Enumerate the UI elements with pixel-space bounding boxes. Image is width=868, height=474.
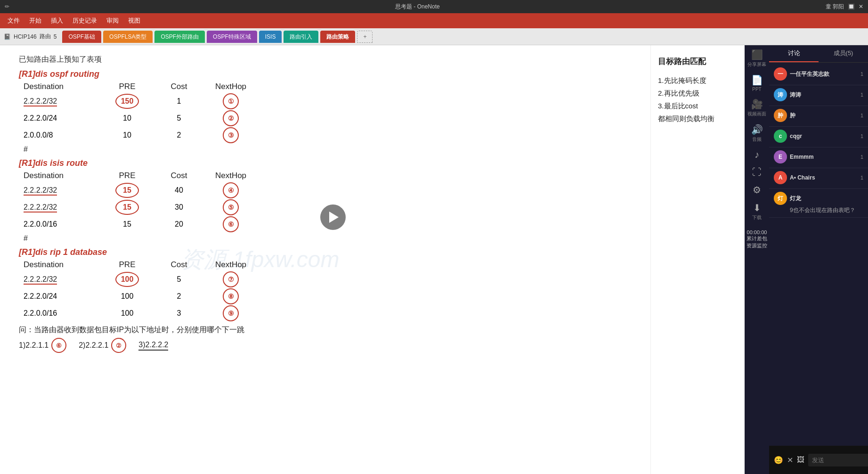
hash-1: #: [24, 145, 632, 154]
rip-cost-0: 5: [155, 275, 203, 284]
tab-members[interactable]: 成员(5): [819, 45, 868, 62]
tab-add[interactable]: +: [357, 31, 373, 43]
ospf-nexthop-1: ②: [203, 110, 259, 126]
music-btn[interactable]: ♪: [754, 149, 759, 160]
chat-name-6: 灯龙: [790, 195, 801, 203]
play-button[interactable]: [320, 204, 346, 230]
main-layout: 资源 1fpxw.com 已知路由器上预知了表项 [R1]dis ospf ro…: [0, 45, 868, 474]
settings-btn[interactable]: ⚙: [753, 184, 761, 196]
ppt-icon: 📄: [751, 74, 763, 86]
answer-1-circled: ⑥: [51, 338, 66, 353]
menu-start[interactable]: 开始: [25, 16, 45, 26]
video-btn[interactable]: 🎥 视频画面: [747, 98, 766, 117]
isis-dest-0: 2.2.2.2/32: [24, 186, 99, 195]
close-chat-icon[interactable]: ✕: [787, 456, 793, 465]
chat-item-6: 灯 灯龙 9也不会出现在路由表吧？: [769, 189, 868, 218]
ospf-table-header: Destination PRE Cost NextHop: [24, 82, 632, 91]
isis-nexthop-2: ⑥: [203, 216, 259, 232]
col-header-cost-3: Cost: [155, 260, 203, 270]
menu-file[interactable]: 文件: [4, 16, 24, 26]
tab-route-policy[interactable]: 路由策略: [320, 31, 355, 43]
minimize-icon[interactable]: 🔲: [848, 3, 855, 10]
chat-name-5: A• Chairs: [790, 174, 815, 181]
menu-bar: 文件 开始 插入 历史记录 审阅 视图: [0, 13, 868, 28]
fullscreen-btn[interactable]: ⛶: [752, 167, 762, 178]
close-icon[interactable]: ✕: [859, 3, 863, 10]
menu-history[interactable]: 历史记录: [69, 16, 101, 26]
timer-display: 00:00:00 累计差包 资源监控: [746, 229, 767, 249]
chat-item-2: 肿 肿 1: [769, 106, 868, 127]
isis-cost-2: 20: [155, 220, 203, 229]
answer-3-prefix: 3)2.2.2.2: [138, 341, 168, 351]
menu-review[interactable]: 审阅: [103, 16, 122, 26]
notes-item-2: 3.最后比cost: [658, 99, 738, 112]
menu-insert[interactable]: 插入: [47, 16, 67, 26]
rip-dest-0: 2.2.2.2/32: [24, 275, 99, 284]
menu-view[interactable]: 视图: [124, 16, 144, 26]
ospf-cost-2: 2: [155, 131, 203, 139]
emoji-icon[interactable]: 😊: [774, 456, 783, 465]
ospf-pre-1: 10: [99, 114, 155, 123]
chat-header-0: 一 一任平生英志款 1: [774, 67, 863, 81]
tab-ospf-lsa[interactable]: OSPFLSA类型: [103, 31, 153, 43]
timer-label: 累计差包: [746, 235, 767, 242]
sidebar-chat-content: 一 一任平生英志款 1 涛 涛涛 1 肿 肿: [769, 63, 868, 446]
title-bar: ✏ 思考题 - OneNote 童 郭阳 🔲 ✕: [0, 0, 868, 13]
chat-name-0: 一任平生英志款: [790, 70, 829, 78]
chat-item-0: 一 一任平生英志款 1: [769, 65, 868, 85]
ppt-btn[interactable]: 📄 PPT: [751, 74, 763, 92]
col-header-pre-2: PRE: [99, 171, 155, 180]
tab-isis[interactable]: ISIS: [259, 31, 282, 43]
avatar-2: 肿: [774, 109, 787, 122]
reply-input[interactable]: [808, 454, 868, 466]
image-chat-icon[interactable]: 🖼: [797, 456, 804, 464]
ospf-pre-2: 10: [99, 131, 155, 139]
chat-count-3: 1: [860, 133, 863, 139]
right-sidebar: 讨论 成员(5) 一 一任平生英志款 1 涛 涛涛 1: [769, 45, 868, 474]
settings-icon: ⚙: [753, 184, 761, 196]
ospf-nexthop-0: ①: [203, 93, 259, 109]
avatar-0: 一: [774, 67, 787, 81]
download-btn[interactable]: ⬇ 下载: [752, 202, 762, 221]
ospf-cost-0: 1: [155, 97, 203, 106]
notes-item-0: 1.先比掩码长度: [658, 74, 738, 87]
col-header-pre-1: PRE: [99, 82, 155, 91]
ospf-routing-table: Destination PRE Cost NextHop 2.2.2.2/32 …: [24, 82, 632, 143]
chat-header-3: c cqgr 1: [774, 130, 863, 143]
isis-dest-2: 2.2.0.0/16: [24, 220, 99, 229]
ospf-nexthop-2: ③: [203, 127, 259, 143]
isis-dest-1: 2.2.2.2/32: [24, 203, 99, 212]
hash-2: #: [24, 234, 632, 243]
isis-cost-0: 40: [155, 186, 203, 195]
cmd-isis-route: [R1]dis isis route: [19, 158, 632, 168]
col-header-cost-2: Cost: [155, 171, 203, 180]
tab-ospf-special[interactable]: OSPF特殊区域: [207, 31, 257, 43]
rip-row-0: 2.2.2.2/32 100 5 ⑦: [24, 271, 632, 287]
ppt-label: PPT: [752, 87, 761, 92]
chat-count-5: 1: [860, 175, 863, 180]
answer-line-1: 1)2.2.1.1 ⑥ 2)2.2.2.1 ② 3)2.2.2.2: [19, 338, 632, 353]
col-header-pre-3: PRE: [99, 260, 155, 270]
audio-icon: 🔊: [751, 124, 763, 135]
notebook-icon: 📓: [4, 33, 11, 40]
tab-route-import[interactable]: 路由引入: [284, 31, 318, 43]
chat-header-2: 肿 肿 1: [774, 109, 863, 122]
audio-btn[interactable]: 🔊 音频: [751, 124, 763, 143]
fullscreen-icon: ⛶: [752, 167, 762, 178]
rip-nexthop-2: ⑨: [203, 305, 259, 321]
tab-ospf-basics[interactable]: OSPF基础: [62, 31, 101, 43]
rip-nexthop-1: ⑧: [203, 288, 259, 304]
notebook-count: 5: [54, 33, 57, 40]
rip-pre-0: 100: [99, 272, 155, 287]
chat-header-5: A A• Chairs 1: [774, 171, 863, 184]
chat-name-2: 肿: [790, 112, 795, 120]
isis-table-header: Destination PRE Cost NextHop: [24, 171, 632, 180]
chat-count-0: 1: [860, 71, 863, 77]
chat-name-1: 涛涛: [790, 91, 801, 99]
rip-pre-2: 100: [99, 309, 155, 318]
tab-ospf-external[interactable]: OSPF外部路由: [154, 31, 205, 43]
share-screen-btn[interactable]: ⬛ 分享屏幕: [747, 49, 766, 68]
col-header-dest-1: Destination: [24, 82, 99, 91]
tab-discussion[interactable]: 讨论: [769, 45, 819, 62]
title-bar-user: 童 郭阳: [826, 3, 844, 11]
